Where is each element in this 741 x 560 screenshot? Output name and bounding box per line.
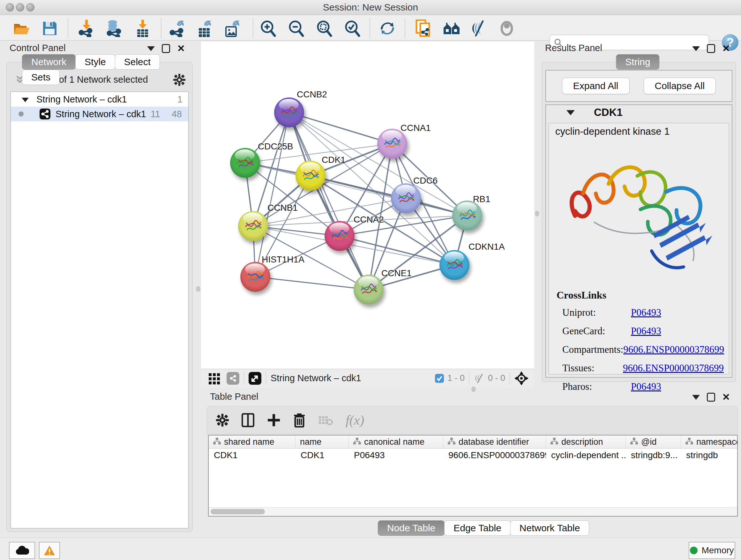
table-cell[interactable]: stringdb:9... <box>626 449 681 462</box>
section-expand-icon[interactable] <box>566 110 575 115</box>
table-cell[interactable]: 9606.ENSP00000378699 <box>443 449 546 462</box>
cloud-button[interactable] <box>9 542 35 559</box>
splitter-handle[interactable] <box>535 211 539 216</box>
network-node-RB1[interactable] <box>452 200 482 231</box>
float-panel-icon[interactable] <box>707 393 715 401</box>
gene-section-header[interactable]: CDK1 <box>546 105 732 121</box>
delete-table-icon <box>318 415 333 426</box>
tab-select[interactable]: Select <box>115 54 160 70</box>
table-cell[interactable]: stringdb <box>681 449 738 462</box>
network-node-CCNB1[interactable] <box>238 211 268 241</box>
network-node-HIST1H1A[interactable] <box>240 262 270 292</box>
birdseye-view-icon[interactable] <box>249 372 261 385</box>
save-session-icon[interactable] <box>41 19 59 37</box>
memory-button[interactable]: Memory <box>689 542 735 559</box>
selected-checkbox-icon[interactable] <box>434 374 444 383</box>
export-image-icon[interactable] <box>223 19 241 37</box>
network-node-CCNA1[interactable] <box>377 129 407 159</box>
tab-string[interactable]: String <box>616 54 659 70</box>
node-label-RB1: RB1 <box>473 194 490 204</box>
network-node-CDC6[interactable] <box>391 183 421 213</box>
show-graphics-icon[interactable] <box>498 19 516 37</box>
column-header-namespace[interactable]: namespace <box>681 435 738 448</box>
import-database-icon[interactable] <box>105 19 122 37</box>
show-columns-icon[interactable] <box>242 413 254 427</box>
hide-selected-icon[interactable] <box>470 19 488 37</box>
export-table-icon[interactable] <box>195 19 213 37</box>
column-header-description[interactable]: description <box>546 435 626 448</box>
network-node-CDC25B[interactable] <box>230 148 260 178</box>
tab-network[interactable]: Network <box>22 54 76 70</box>
tab-node-table[interactable]: Node Table <box>378 520 445 536</box>
column-header-@id[interactable]: @id <box>626 435 681 448</box>
network-canvas[interactable]: CCNB2 CCNA1 CDC25B CDK1 CDC6 RB1 CCNB1 C… <box>201 42 534 369</box>
close-panel-icon[interactable]: ✕ <box>722 45 730 52</box>
float-panel-icon[interactable] <box>162 44 170 53</box>
column-header-database-identifier[interactable]: database identifier <box>443 435 546 448</box>
duplicate-network-icon[interactable] <box>414 19 432 37</box>
network-edge[interactable] <box>289 112 392 144</box>
splitter-handle[interactable] <box>196 286 200 292</box>
crosslink-link[interactable]: 9606.ENSP00000378699 <box>623 362 724 374</box>
import-table-icon[interactable] <box>134 19 151 37</box>
table-cell[interactable]: cyclin-dependent ... <box>546 449 626 462</box>
expand-all-button[interactable]: Expand All <box>562 78 630 94</box>
network-node-CDKN1A[interactable] <box>440 250 469 280</box>
fit-content-icon[interactable] <box>515 371 529 385</box>
crosslink-link[interactable]: 9606.ENSP00000378699 <box>623 344 724 355</box>
crosslink-link[interactable]: P06493 <box>631 325 661 337</box>
table-cell[interactable]: P06493 <box>349 449 443 462</box>
collapse-panel-icon[interactable] <box>692 46 700 51</box>
zoom-selected-icon[interactable] <box>343 19 361 37</box>
zoom-fit-icon[interactable] <box>315 19 333 37</box>
column-header-canonical-name[interactable]: canonical name <box>349 435 443 448</box>
table-cell[interactable]: CDK1 <box>295 449 349 462</box>
network-node-CDK1[interactable] <box>295 161 326 191</box>
crosslink-link[interactable]: P06493 <box>631 307 661 318</box>
table-cell[interactable]: CDK1 <box>209 449 295 462</box>
table-row[interactable]: CDK1CDK1P064939606.ENSP00000378699cyclin… <box>209 449 737 462</box>
splitter-handle[interactable] <box>471 386 476 392</box>
import-network-icon[interactable] <box>77 19 95 37</box>
refresh-icon[interactable] <box>379 19 396 37</box>
crosslinks-title: CrossLinks <box>556 289 724 301</box>
zoom-out-icon[interactable] <box>287 19 305 37</box>
scrollbar-thumb[interactable] <box>211 509 265 514</box>
float-panel-icon[interactable] <box>707 44 715 53</box>
column-header-name[interactable]: name <box>295 435 349 448</box>
table-settings-gear-icon[interactable] <box>216 414 229 427</box>
close-panel-icon[interactable]: ✕ <box>722 394 730 401</box>
network-edge[interactable] <box>255 277 368 290</box>
grid-view-icon[interactable] <box>208 372 221 385</box>
network-collection-row[interactable]: String Network – cdk1 1 <box>11 92 188 107</box>
export-network-icon[interactable] <box>168 19 186 37</box>
delete-column-icon[interactable] <box>293 413 306 428</box>
network-node-CCNE1[interactable] <box>354 274 384 305</box>
tab-style[interactable]: Style <box>75 54 115 70</box>
zoom-in-icon[interactable] <box>259 19 277 37</box>
tree-expand-icon[interactable] <box>22 98 29 102</box>
tab-sets[interactable]: Sets <box>22 70 60 85</box>
table-hscrollbar[interactable] <box>209 507 737 516</box>
network-row-selected[interactable]: String Network – cdk1 11 48 <box>11 107 188 121</box>
network-edge[interactable] <box>255 112 289 277</box>
bottom-status-bar: Memory <box>0 538 741 560</box>
collapse-all-button[interactable]: Collapse All <box>644 78 716 94</box>
add-column-icon[interactable] <box>267 414 280 427</box>
network-node-CCNB2[interactable] <box>274 98 304 127</box>
tab-edge-table[interactable]: Edge Table <box>444 520 511 536</box>
control-panel-title: Control Panel <box>10 43 66 53</box>
column-header-shared-name[interactable]: shared name <box>209 435 295 448</box>
collapse-panel-icon[interactable] <box>147 46 155 51</box>
warning-button[interactable] <box>39 542 60 559</box>
node-table[interactable]: shared namenamecanonical namedatabase id… <box>208 435 738 516</box>
close-panel-icon[interactable]: ✕ <box>177 45 185 52</box>
tab-network-table[interactable]: Network Table <box>510 520 590 536</box>
table-panel-title: Table Panel <box>210 391 259 402</box>
open-file-icon[interactable] <box>13 19 30 37</box>
network-node-CCNA2[interactable] <box>325 221 354 251</box>
houses-icon[interactable] <box>443 19 461 37</box>
network-edge[interactable] <box>311 176 467 215</box>
collapse-panel-icon[interactable] <box>692 395 700 400</box>
string-view-icon[interactable] <box>226 372 239 385</box>
